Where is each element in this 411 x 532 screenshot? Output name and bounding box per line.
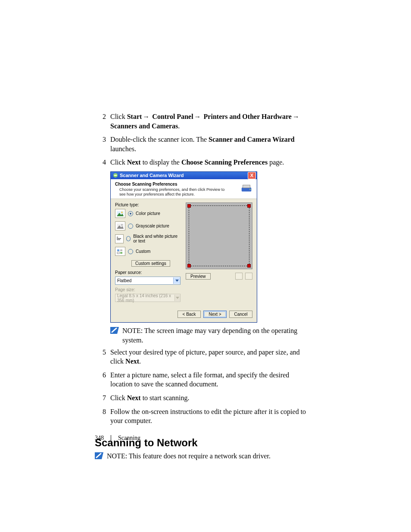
- wizard-body: Picture type: Color picture Grayscale pi…: [111, 199, 257, 306]
- radio-icon: [128, 224, 133, 229]
- paper-source-label: Paper source:: [115, 270, 181, 275]
- picture-type-label: Picture type:: [115, 202, 181, 207]
- chevron-down-icon: [174, 295, 180, 301]
- note-text: NOTE: The screen image may vary dependin…: [122, 326, 310, 345]
- step-body: Click Next to start scanning.: [110, 393, 310, 403]
- scanner-icon: [240, 182, 253, 195]
- bold: Scanner and Camera Wizard: [209, 136, 295, 143]
- bold: Choose Scanning Preferences: [181, 159, 268, 166]
- picture-color-icon: [115, 209, 125, 218]
- handle-icon[interactable]: [187, 204, 191, 208]
- text: to display the: [141, 159, 181, 166]
- text: .: [178, 122, 180, 130]
- svg-rect-11: [117, 237, 118, 237]
- next-button[interactable]: Next >: [203, 311, 227, 318]
- text: Click: [110, 159, 127, 166]
- handle-icon[interactable]: [247, 204, 251, 208]
- text: .: [139, 358, 141, 365]
- radio-icon: [126, 236, 131, 241]
- header-subtitle: Choose your scanning preferences, and th…: [119, 187, 227, 197]
- page-footer: 348 Scanning: [95, 435, 140, 442]
- page-size-dropdown: Legal 8.5 x 14 inches (216 x 356 mm): [115, 294, 181, 302]
- svg-rect-13: [117, 240, 120, 240]
- paper-source-dropdown[interactable]: Flatbed: [115, 277, 181, 285]
- step-body: Click Start→ Control Panel→ Printers and…: [110, 112, 310, 131]
- step-body: Select your desired type of picture, pap…: [110, 348, 310, 366]
- bold: Control Panel: [152, 113, 193, 120]
- note-label: NOTE:: [122, 327, 143, 334]
- bold: Printers and Other Hardware: [204, 113, 292, 120]
- arrow-icon: →: [193, 113, 204, 120]
- note-label: NOTE:: [107, 452, 127, 460]
- text: page.: [268, 159, 284, 166]
- option-color[interactable]: Color picture: [115, 209, 181, 218]
- chevron-down-icon: [173, 277, 180, 284]
- svg-rect-16: [117, 252, 119, 254]
- note-body: The screen image may vary depending on t…: [122, 327, 297, 344]
- zoom-fit-icon[interactable]: [235, 273, 243, 280]
- close-button[interactable]: X: [248, 172, 256, 179]
- arrow-icon: →: [292, 113, 300, 120]
- step-number: 3: [95, 135, 110, 153]
- svg-point-6: [121, 212, 123, 213]
- svg-marker-19: [176, 297, 179, 299]
- svg-marker-18: [175, 280, 179, 282]
- bold: Next: [127, 159, 141, 166]
- radio-icon: [128, 249, 133, 254]
- bold: Scanners and Cameras: [110, 122, 178, 130]
- options-column: Picture type: Color picture Grayscale pi…: [115, 202, 181, 305]
- bold: Next: [127, 394, 141, 401]
- back-button[interactable]: < Back: [177, 311, 201, 318]
- text: Click: [110, 394, 127, 401]
- page-size-label: Page size:: [115, 287, 181, 292]
- option-label: Black and white picture or text: [133, 234, 181, 243]
- step-body: Follow the on-screen instructions to edi…: [110, 407, 310, 426]
- preview-toolbar: Preview: [186, 273, 252, 280]
- ordered-steps-top: 2 Click Start→ Control Panel→ Printers a…: [95, 112, 310, 167]
- step-5: 5 Select your desired type of picture, p…: [95, 348, 310, 366]
- text: launches.: [110, 145, 136, 152]
- step-4: 4 Click Next to display the Choose Scann…: [95, 158, 310, 167]
- svg-rect-17: [120, 252, 122, 254]
- bold: Next: [125, 358, 139, 365]
- step-number: 7: [95, 393, 110, 403]
- option-label: Grayscale picture: [136, 224, 169, 228]
- option-label: Custom: [136, 249, 150, 254]
- preview-column: Preview: [186, 202, 252, 305]
- custom-settings-button[interactable]: Custom settings: [131, 260, 170, 267]
- section-name: Scanning: [118, 435, 140, 442]
- option-custom[interactable]: Custom: [115, 247, 181, 256]
- wizard-footer: < Back Next > Cancel: [111, 306, 257, 322]
- option-grayscale[interactable]: Grayscale picture: [115, 221, 181, 230]
- step-body: Click Next to display the Choose Scannin…: [110, 158, 310, 167]
- handle-icon[interactable]: [187, 264, 191, 268]
- step-3: 3 Double-click the scanner icon. The Sca…: [95, 135, 310, 153]
- cancel-button[interactable]: Cancel: [229, 311, 252, 318]
- picture-custom-icon: [115, 247, 125, 256]
- text: to start scanning.: [141, 394, 190, 401]
- radio-icon: [128, 211, 133, 216]
- note-icon: [95, 452, 103, 459]
- scanner-wizard-window: Scanner and Camera Wizard X Choose Scann…: [110, 171, 257, 323]
- dropdown-value: Legal 8.5 x 14 inches (216 x 356 mm): [117, 293, 174, 303]
- step-number: 2: [95, 112, 110, 131]
- note-row: NOTE: This feature does not require a ne…: [95, 451, 310, 461]
- arrow-icon: →: [142, 113, 152, 120]
- wizard-icon: [113, 173, 118, 178]
- window-title: Scanner and Camera Wizard: [120, 173, 184, 178]
- preview-area[interactable]: [186, 202, 252, 269]
- svg-rect-2: [243, 185, 250, 188]
- titlebar: Scanner and Camera Wizard X: [111, 172, 257, 179]
- zoom-in-icon[interactable]: [245, 273, 252, 280]
- picture-bw-icon: [115, 234, 124, 243]
- selection-rect: [189, 205, 249, 266]
- svg-point-9: [121, 224, 123, 226]
- preview-button[interactable]: Preview: [186, 273, 211, 280]
- page-number: 348: [95, 435, 104, 442]
- step-6: 6 Enter a picture name, select a file fo…: [95, 370, 310, 389]
- wizard-header: Choose Scanning Preferences Choose your …: [111, 179, 257, 199]
- option-bw[interactable]: Black and white picture or text: [115, 234, 181, 243]
- svg-rect-12: [117, 238, 121, 239]
- step-number: 4: [95, 158, 110, 167]
- handle-icon[interactable]: [247, 264, 251, 268]
